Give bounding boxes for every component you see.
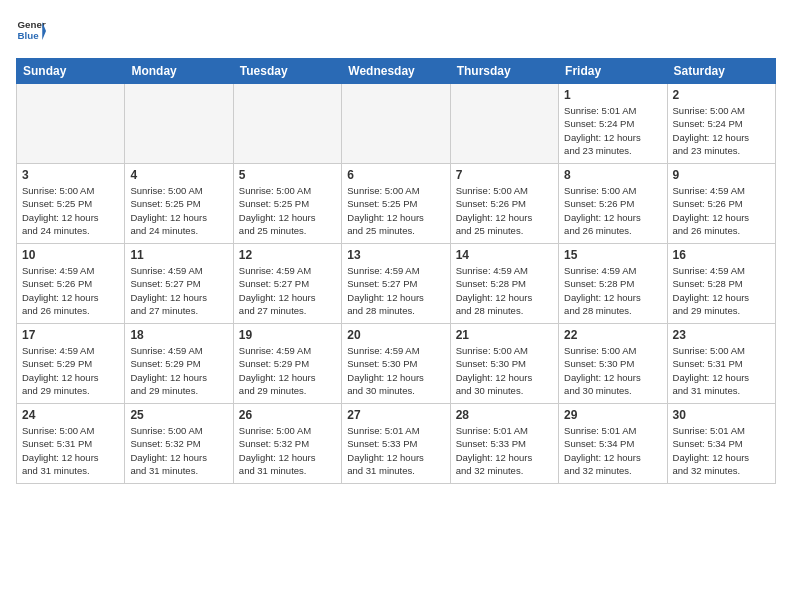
day-info: Sunrise: 5:00 AMSunset: 5:26 PMDaylight:…: [564, 184, 661, 237]
day-cell: 25Sunrise: 5:00 AMSunset: 5:32 PMDayligh…: [125, 404, 233, 484]
day-number: 17: [22, 328, 119, 342]
day-info: Sunrise: 5:00 AMSunset: 5:30 PMDaylight:…: [564, 344, 661, 397]
day-info: Sunrise: 5:00 AMSunset: 5:32 PMDaylight:…: [239, 424, 336, 477]
logo: General Blue: [16, 16, 46, 46]
day-number: 25: [130, 408, 227, 422]
day-cell: 27Sunrise: 5:01 AMSunset: 5:33 PMDayligh…: [342, 404, 450, 484]
day-cell: 13Sunrise: 4:59 AMSunset: 5:27 PMDayligh…: [342, 244, 450, 324]
day-cell: 1Sunrise: 5:01 AMSunset: 5:24 PMDaylight…: [559, 84, 667, 164]
col-header-saturday: Saturday: [667, 59, 775, 84]
day-info: Sunrise: 5:00 AMSunset: 5:30 PMDaylight:…: [456, 344, 553, 397]
day-info: Sunrise: 4:59 AMSunset: 5:27 PMDaylight:…: [130, 264, 227, 317]
day-number: 13: [347, 248, 444, 262]
day-number: 26: [239, 408, 336, 422]
day-number: 21: [456, 328, 553, 342]
col-header-friday: Friday: [559, 59, 667, 84]
day-cell: [17, 84, 125, 164]
day-number: 22: [564, 328, 661, 342]
day-cell: 29Sunrise: 5:01 AMSunset: 5:34 PMDayligh…: [559, 404, 667, 484]
day-info: Sunrise: 5:01 AMSunset: 5:34 PMDaylight:…: [564, 424, 661, 477]
week-row-4: 17Sunrise: 4:59 AMSunset: 5:29 PMDayligh…: [17, 324, 776, 404]
week-row-5: 24Sunrise: 5:00 AMSunset: 5:31 PMDayligh…: [17, 404, 776, 484]
day-number: 28: [456, 408, 553, 422]
day-number: 16: [673, 248, 770, 262]
day-info: Sunrise: 4:59 AMSunset: 5:28 PMDaylight:…: [456, 264, 553, 317]
day-cell: 21Sunrise: 5:00 AMSunset: 5:30 PMDayligh…: [450, 324, 558, 404]
day-number: 1: [564, 88, 661, 102]
day-info: Sunrise: 4:59 AMSunset: 5:29 PMDaylight:…: [130, 344, 227, 397]
week-row-3: 10Sunrise: 4:59 AMSunset: 5:26 PMDayligh…: [17, 244, 776, 324]
day-cell: 24Sunrise: 5:00 AMSunset: 5:31 PMDayligh…: [17, 404, 125, 484]
day-info: Sunrise: 4:59 AMSunset: 5:27 PMDaylight:…: [239, 264, 336, 317]
col-header-monday: Monday: [125, 59, 233, 84]
day-number: 23: [673, 328, 770, 342]
day-cell: 22Sunrise: 5:00 AMSunset: 5:30 PMDayligh…: [559, 324, 667, 404]
day-number: 24: [22, 408, 119, 422]
day-cell: 12Sunrise: 4:59 AMSunset: 5:27 PMDayligh…: [233, 244, 341, 324]
day-info: Sunrise: 4:59 AMSunset: 5:29 PMDaylight:…: [22, 344, 119, 397]
col-header-wednesday: Wednesday: [342, 59, 450, 84]
day-number: 19: [239, 328, 336, 342]
day-info: Sunrise: 5:01 AMSunset: 5:33 PMDaylight:…: [456, 424, 553, 477]
day-info: Sunrise: 4:59 AMSunset: 5:28 PMDaylight:…: [564, 264, 661, 317]
day-info: Sunrise: 4:59 AMSunset: 5:30 PMDaylight:…: [347, 344, 444, 397]
day-number: 29: [564, 408, 661, 422]
day-info: Sunrise: 5:00 AMSunset: 5:25 PMDaylight:…: [239, 184, 336, 237]
day-cell: [233, 84, 341, 164]
day-info: Sunrise: 5:01 AMSunset: 5:33 PMDaylight:…: [347, 424, 444, 477]
day-info: Sunrise: 5:00 AMSunset: 5:32 PMDaylight:…: [130, 424, 227, 477]
day-number: 8: [564, 168, 661, 182]
calendar-table: SundayMondayTuesdayWednesdayThursdayFrid…: [16, 58, 776, 484]
day-cell: 28Sunrise: 5:01 AMSunset: 5:33 PMDayligh…: [450, 404, 558, 484]
day-cell: 16Sunrise: 4:59 AMSunset: 5:28 PMDayligh…: [667, 244, 775, 324]
day-cell: 9Sunrise: 4:59 AMSunset: 5:26 PMDaylight…: [667, 164, 775, 244]
day-info: Sunrise: 4:59 AMSunset: 5:26 PMDaylight:…: [673, 184, 770, 237]
day-info: Sunrise: 4:59 AMSunset: 5:26 PMDaylight:…: [22, 264, 119, 317]
day-number: 30: [673, 408, 770, 422]
day-info: Sunrise: 4:59 AMSunset: 5:27 PMDaylight:…: [347, 264, 444, 317]
day-cell: 18Sunrise: 4:59 AMSunset: 5:29 PMDayligh…: [125, 324, 233, 404]
day-cell: 3Sunrise: 5:00 AMSunset: 5:25 PMDaylight…: [17, 164, 125, 244]
day-cell: 20Sunrise: 4:59 AMSunset: 5:30 PMDayligh…: [342, 324, 450, 404]
day-number: 27: [347, 408, 444, 422]
svg-text:General: General: [18, 19, 47, 30]
day-cell: 19Sunrise: 4:59 AMSunset: 5:29 PMDayligh…: [233, 324, 341, 404]
day-number: 7: [456, 168, 553, 182]
day-number: 14: [456, 248, 553, 262]
col-header-thursday: Thursday: [450, 59, 558, 84]
day-number: 9: [673, 168, 770, 182]
week-row-2: 3Sunrise: 5:00 AMSunset: 5:25 PMDaylight…: [17, 164, 776, 244]
day-cell: 6Sunrise: 5:00 AMSunset: 5:25 PMDaylight…: [342, 164, 450, 244]
day-number: 11: [130, 248, 227, 262]
day-number: 3: [22, 168, 119, 182]
day-number: 2: [673, 88, 770, 102]
day-cell: 11Sunrise: 4:59 AMSunset: 5:27 PMDayligh…: [125, 244, 233, 324]
day-number: 6: [347, 168, 444, 182]
day-number: 15: [564, 248, 661, 262]
col-header-sunday: Sunday: [17, 59, 125, 84]
week-row-1: 1Sunrise: 5:01 AMSunset: 5:24 PMDaylight…: [17, 84, 776, 164]
day-info: Sunrise: 5:00 AMSunset: 5:31 PMDaylight:…: [673, 344, 770, 397]
day-number: 20: [347, 328, 444, 342]
day-cell: [450, 84, 558, 164]
day-cell: 4Sunrise: 5:00 AMSunset: 5:25 PMDaylight…: [125, 164, 233, 244]
day-cell: 5Sunrise: 5:00 AMSunset: 5:25 PMDaylight…: [233, 164, 341, 244]
day-number: 5: [239, 168, 336, 182]
day-number: 12: [239, 248, 336, 262]
day-info: Sunrise: 5:01 AMSunset: 5:24 PMDaylight:…: [564, 104, 661, 157]
day-info: Sunrise: 5:00 AMSunset: 5:24 PMDaylight:…: [673, 104, 770, 157]
day-number: 18: [130, 328, 227, 342]
day-number: 4: [130, 168, 227, 182]
day-cell: 7Sunrise: 5:00 AMSunset: 5:26 PMDaylight…: [450, 164, 558, 244]
day-cell: 17Sunrise: 4:59 AMSunset: 5:29 PMDayligh…: [17, 324, 125, 404]
col-header-tuesday: Tuesday: [233, 59, 341, 84]
page-header: General Blue: [16, 16, 776, 46]
day-cell: 26Sunrise: 5:00 AMSunset: 5:32 PMDayligh…: [233, 404, 341, 484]
day-cell: [125, 84, 233, 164]
day-info: Sunrise: 5:00 AMSunset: 5:25 PMDaylight:…: [22, 184, 119, 237]
day-info: Sunrise: 5:00 AMSunset: 5:26 PMDaylight:…: [456, 184, 553, 237]
svg-text:Blue: Blue: [18, 30, 40, 41]
day-cell: 14Sunrise: 4:59 AMSunset: 5:28 PMDayligh…: [450, 244, 558, 324]
day-info: Sunrise: 4:59 AMSunset: 5:28 PMDaylight:…: [673, 264, 770, 317]
day-info: Sunrise: 5:00 AMSunset: 5:25 PMDaylight:…: [130, 184, 227, 237]
